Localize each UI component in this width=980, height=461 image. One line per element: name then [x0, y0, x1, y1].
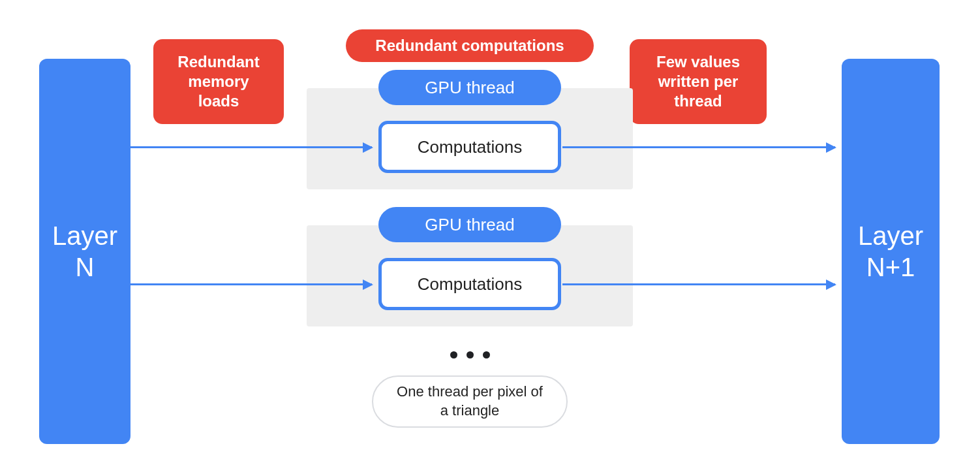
arrow-right-2: [562, 283, 835, 285]
dot-2: [467, 351, 474, 358]
comp-box-1-text: Computations: [418, 137, 522, 157]
footer-note-text: One thread per pixel of a triangle: [393, 383, 547, 420]
arrow-left-1: [130, 146, 372, 148]
thread-header-2: GPU thread: [378, 207, 561, 242]
layer-n-label: Layer N: [52, 220, 117, 283]
callout-redundant-memory: Redundant memory loads: [153, 39, 284, 124]
callout-few-values: Few values written per thread: [630, 39, 767, 124]
footer-note-pill: One thread per pixel of a triangle: [372, 375, 568, 428]
layer-n1-box: Layer N+1: [842, 59, 940, 444]
arrow-left-2: [130, 283, 372, 285]
callout-redundant-comp: Redundant computations: [346, 29, 594, 62]
callout-redundant-comp-text: Redundant computations: [375, 36, 564, 56]
thread-header-1: GPU thread: [378, 70, 561, 105]
dot-1: [450, 351, 457, 358]
thread-header-2-text: GPU thread: [425, 215, 514, 235]
thread-header-1-text: GPU thread: [425, 78, 514, 98]
comp-box-1: Computations: [378, 121, 561, 173]
ellipsis-dots: [450, 351, 490, 358]
layer-n-box: Layer N: [39, 59, 130, 444]
dot-3: [483, 351, 490, 358]
callout-few-values-text: Few values written per thread: [643, 52, 754, 111]
comp-box-2-text: Computations: [418, 274, 522, 294]
comp-box-2: Computations: [378, 258, 561, 310]
callout-redundant-memory-text: Redundant memory loads: [166, 52, 271, 111]
arrow-right-1: [562, 146, 835, 148]
layer-n1-label: Layer N+1: [858, 220, 923, 283]
